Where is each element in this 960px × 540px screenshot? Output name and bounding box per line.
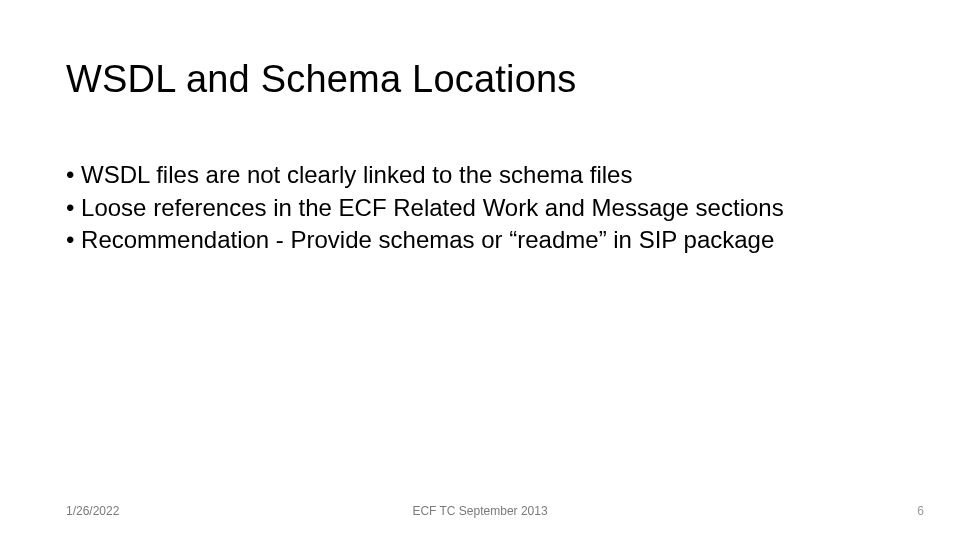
bullet-item: WSDL files are not clearly linked to the… xyxy=(66,160,896,191)
footer-center: ECF TC September 2013 xyxy=(0,504,960,518)
slide: WSDL and Schema Locations WSDL files are… xyxy=(0,0,960,540)
footer-page-number: 6 xyxy=(917,504,924,518)
bullet-item: Loose references in the ECF Related Work… xyxy=(66,193,896,224)
slide-body: WSDL files are not clearly linked to the… xyxy=(66,160,896,258)
bullet-item: Recommendation - Provide schemas or “rea… xyxy=(66,225,896,256)
slide-title: WSDL and Schema Locations xyxy=(66,58,577,101)
